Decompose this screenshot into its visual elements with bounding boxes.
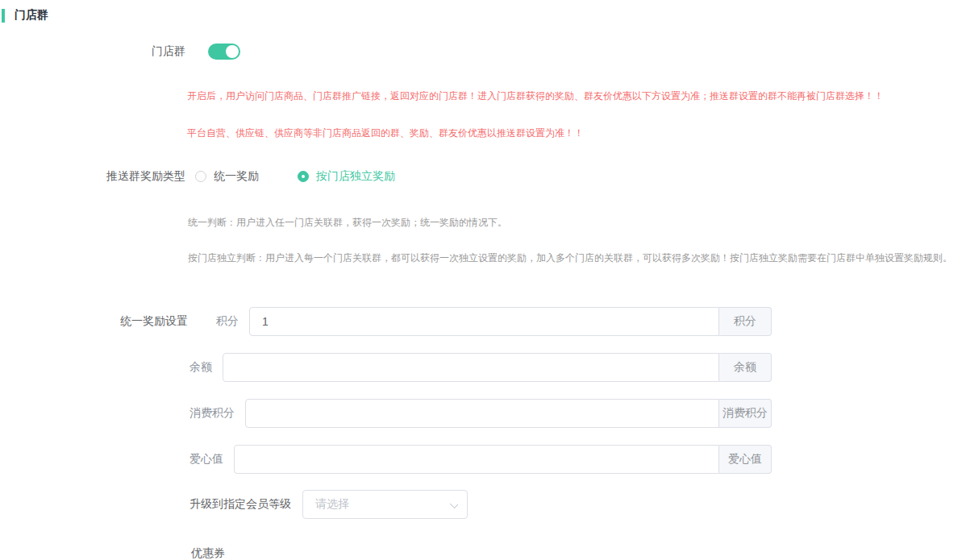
member-level-select[interactable]: 请选择 — [302, 490, 468, 519]
unified-reward-group-label: 统一奖励设置 — [0, 314, 188, 329]
member-level-label: 升级到指定会员等级 — [189, 497, 291, 512]
warning-text-1: 开启后，用户访问门店商品、门店群推广链接，返回对应的门店群！进入门店群获得的奖励… — [187, 89, 962, 102]
help-text-1: 统一判断：用户进入任一门店关联群，获得一次奖励；统一奖励的情况下。 — [188, 216, 962, 229]
section-header: 门店群 — [2, 0, 962, 23]
store-group-toggle[interactable] — [208, 44, 240, 60]
store-group-settings-page: 门店群 门店群 开启后，用户访问门店商品、门店群推广链接，返回对应的门店群！进入… — [0, 0, 962, 560]
member-level-row: 升级到指定会员等级 请选择 — [189, 490, 962, 519]
select-placeholder: 请选择 — [315, 497, 349, 512]
points-input-group: 积分 — [249, 307, 772, 336]
love-value-input[interactable] — [234, 445, 719, 474]
coupon-row: 优惠券 — [191, 546, 962, 560]
consume-points-suffix: 消费积分 — [719, 399, 772, 428]
radio-selected-icon — [298, 171, 309, 182]
section-accent-bar — [2, 9, 5, 23]
points-suffix: 积分 — [719, 307, 772, 336]
consume-points-row: 消费积分 消费积分 — [189, 399, 772, 428]
balance-row: 余额 余额 — [189, 353, 772, 382]
consume-points-label: 消费积分 — [189, 406, 235, 421]
love-value-input-group: 爱心值 — [234, 445, 772, 474]
help-text-2: 按门店独立判断：用户进入每一个门店关联群，都可以获得一次独立设置的奖励，加入多个… — [188, 251, 962, 264]
consume-points-input[interactable] — [245, 399, 719, 428]
balance-input[interactable] — [223, 353, 719, 382]
reward-type-label: 推送群奖励类型 — [0, 169, 185, 184]
chevron-down-icon — [451, 501, 457, 508]
reward-type-radio-group: 统一奖励 按门店独立奖励 — [195, 169, 434, 184]
love-value-label: 爱心值 — [189, 452, 223, 467]
radio-per-store-reward[interactable]: 按门店独立奖励 — [298, 169, 395, 184]
points-input[interactable] — [249, 307, 719, 336]
page-title: 门店群 — [15, 8, 48, 23]
love-value-suffix: 爱心值 — [719, 445, 772, 474]
store-group-label: 门店群 — [0, 44, 185, 59]
toggle-knob — [226, 45, 239, 58]
radio-unselected-icon — [195, 171, 206, 182]
balance-input-group: 余额 — [223, 353, 772, 382]
points-label: 积分 — [216, 314, 239, 329]
warning-text-2: 平台自营、供应链、供应商等非门店商品返回的群、奖励、群友价优惠以推送群设置为准！… — [187, 127, 962, 139]
unified-reward-row-points: 统一奖励设置 积分 积分 — [0, 307, 772, 336]
consume-points-input-group: 消费积分 — [245, 399, 772, 428]
balance-label: 余额 — [189, 360, 212, 375]
love-value-row: 爱心值 爱心值 — [189, 445, 772, 474]
balance-suffix: 余额 — [719, 353, 772, 382]
reward-type-row: 推送群奖励类型 统一奖励 按门店独立奖励 — [0, 169, 962, 184]
store-group-toggle-row: 门店群 — [0, 44, 962, 60]
radio-unified-reward[interactable]: 统一奖励 — [195, 169, 259, 184]
coupon-label: 优惠券 — [191, 546, 962, 560]
